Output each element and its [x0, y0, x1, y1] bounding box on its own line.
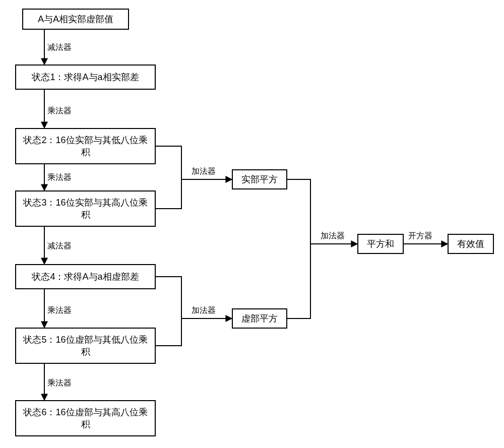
node-state1: 状态1：求得A与a相实部差: [15, 65, 156, 90]
node-rms: 有效值: [448, 234, 494, 254]
edge-label-mul-4: 乘法器: [47, 378, 72, 389]
edge-label-mul-3: 乘法器: [47, 305, 72, 316]
node-state5: 状态5：16位虚部与其低八位乘积: [15, 328, 156, 364]
node-state4: 状态4：求得A与a相虚部差: [15, 264, 156, 289]
edge-label-mul-1: 乘法器: [47, 106, 72, 116]
edge-label-sub-2: 减法器: [47, 241, 72, 251]
edge-label-add-3: 加法器: [321, 231, 345, 241]
edge-label-add-1: 加法器: [192, 166, 216, 177]
node-state6: 状态6：16位虚部与其高八位乘积: [15, 400, 156, 436]
node-input: A与A相实部虚部值: [22, 9, 129, 30]
edge-label-add-2: 加法器: [192, 305, 216, 316]
node-state2: 状态2：16位实部与其低八位乘积: [15, 128, 156, 164]
edge-label-sqrt: 开方器: [408, 231, 432, 241]
node-imag-square: 虚部平方: [232, 308, 287, 329]
node-sum-squares: 平方和: [357, 234, 404, 254]
edge-label-mul-2: 乘法器: [47, 172, 72, 183]
node-state3: 状态3：16位实部与其高八位乘积: [15, 190, 156, 227]
node-real-square: 实部平方: [232, 169, 287, 189]
edge-label-sub-1: 减法器: [47, 42, 72, 53]
